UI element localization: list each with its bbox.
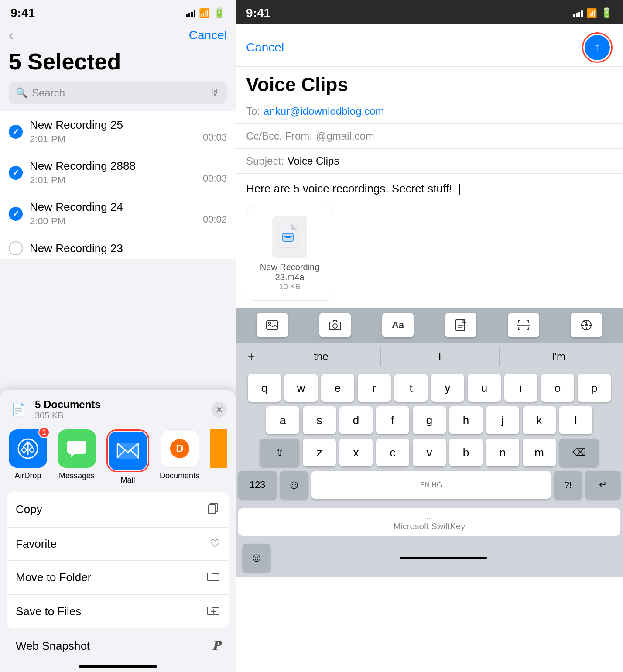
app-item-messages[interactable]: Messages [58,429,96,485]
scan-button[interactable] [508,313,539,337]
action-save-files[interactable]: Save to Files [7,595,229,628]
airdrop-icon: 1 [9,429,47,468]
status-bar-right: 9:41 📶 🔋 [236,0,623,24]
to-value[interactable]: ankur@idownlodblog.com [264,105,384,117]
key-c[interactable]: c [376,439,409,466]
key-l[interactable]: l [559,406,592,434]
key-r[interactable]: r [358,374,391,402]
recording-item-3[interactable]: ✓ New Recording 24 2:00 PM 00:02 [0,193,236,234]
suggestion-im[interactable]: I'm [499,347,618,366]
share-close-button[interactable]: ✕ [211,402,227,418]
recording-item-4[interactable]: New Recording 23 [0,234,236,259]
action-move-folder[interactable]: Move to Folder [7,561,229,595]
key-k[interactable]: k [523,406,556,434]
subject-value[interactable]: Voice Clips [288,155,339,167]
home-indicator-left [79,665,157,668]
suggestion-plus[interactable]: + [241,350,262,363]
key-u[interactable]: u [468,374,501,402]
email-cancel-button[interactable]: Cancel [246,41,284,55]
recording-item-1[interactable]: ✓ New Recording 25 2:01 PM 00:03 [0,111,236,152]
key-v[interactable]: v [413,439,446,466]
apps-row: 1 AirDrop Messages [0,426,236,492]
key-h[interactable]: h [449,406,483,434]
search-bar[interactable]: 🔍 Search 🎙 [9,82,227,104]
key-s[interactable]: s [303,406,336,434]
recording-time-2: 2:01 PM [30,175,196,186]
key-w[interactable]: w [284,374,318,402]
key-q[interactable]: q [248,374,281,402]
svg-point-1 [22,448,26,452]
action-favorite[interactable]: Favorite ♡ [7,528,229,561]
send-button[interactable]: ↑ [585,35,610,60]
numbers-key[interactable]: 123 [238,471,277,499]
from-placeholder[interactable]: @gmail.com [316,130,374,142]
folder-icon [207,570,220,585]
wifi-icon: 📶 [199,8,210,18]
key-f[interactable]: f [376,406,409,434]
email-body[interactable]: Here are 5 voice recordings. Secret stuf… [236,174,623,203]
mail-label: Mail [120,476,135,485]
recording-item-2[interactable]: ✓ New Recording 2888 2:01 PM 00:03 [0,152,236,193]
heart-icon: ♡ [210,537,220,551]
left-panel: 9:41 📶 🔋 ‹ Cancel 5 Selected 🔍 Search 🎙 … [0,0,236,672]
key-row-3: ⇧ z x c v b n m ⌫ [238,439,620,466]
key-e[interactable]: e [321,374,354,402]
email-compose: Cancel ↑ Voice Clips To: ankur@idownlodb… [236,24,623,672]
punctuation-key[interactable]: ?! [554,471,582,499]
suggestions-row: + the I I'm [236,343,623,370]
photo-library-button[interactable] [257,313,288,337]
key-d[interactable]: d [339,406,373,434]
check-circle-1: ✓ [9,125,23,139]
camera-button[interactable] [319,313,351,337]
app-item-extra[interactable] [210,429,227,485]
delete-key[interactable]: ⌫ [559,439,599,466]
swiftkey-dots: ... [245,513,613,521]
shift-key[interactable]: ⇧ [260,439,299,466]
suggestion-the[interactable]: the [262,347,380,366]
app-item-documents[interactable]: D Documents [160,429,199,485]
key-j[interactable]: j [486,406,519,434]
key-m[interactable]: m [523,439,556,466]
share-header: 📄 5 Documents 305 KB ✕ [0,390,236,426]
document-button[interactable] [445,313,476,337]
key-z[interactable]: z [303,439,336,466]
key-b[interactable]: b [449,439,483,466]
email-subject-field: Subject: Voice Clips [236,149,623,174]
cancel-button[interactable]: Cancel [189,28,227,42]
key-t[interactable]: t [394,374,428,402]
app-item-airdrop[interactable]: 1 AirDrop [9,429,47,485]
recording-name-1: New Recording 25 [30,118,196,132]
space-key[interactable]: EN HG [312,471,551,499]
attachment-name: New Recording 23.m4a [255,262,324,282]
emoji-key[interactable]: ☺ [280,471,308,499]
keys-area: q w e r t y u i o p a s d f g [236,370,623,505]
location-button[interactable] [571,313,602,337]
cursor [455,184,459,195]
save-icon [207,604,220,619]
key-row-4: 123 ☺ EN HG ?! ↵ [238,471,620,499]
mic-icon: 🎙 [210,87,220,99]
back-button[interactable]: ‹ [9,27,14,43]
key-p[interactable]: p [578,374,611,402]
email-to-field: To: ankur@idownlodblog.com [236,99,623,124]
search-input[interactable]: Search [32,87,206,99]
action-web-snapshot[interactable]: Web Snapshot 𝐏 [0,632,236,662]
svg-point-14 [333,324,337,328]
font-button[interactable]: Aa [382,313,414,337]
recording-time-3: 2:00 PM [30,216,196,227]
key-x[interactable]: x [339,439,373,466]
return-key[interactable]: ↵ [585,471,620,499]
app-item-mail[interactable]: Mail [106,429,149,485]
send-button-ring: ↑ [582,32,613,63]
key-y[interactable]: y [431,374,464,402]
key-g[interactable]: g [413,406,446,434]
key-o[interactable]: o [541,374,574,402]
key-i[interactable]: i [504,374,537,402]
action-copy[interactable]: Copy [7,492,229,528]
key-a[interactable]: a [266,406,299,434]
signal-icon-right [573,9,583,17]
recording-info-1: New Recording 25 2:01 PM [30,118,196,145]
emoji-button[interactable]: ☺ [243,544,270,572]
key-n[interactable]: n [486,439,519,466]
suggestion-i[interactable]: I [380,347,499,366]
